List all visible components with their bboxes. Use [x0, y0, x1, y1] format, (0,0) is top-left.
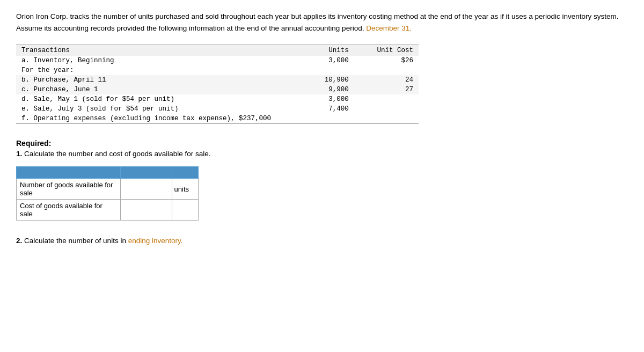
input-table-header-row: [17, 167, 199, 179]
section2-highlight: ending inventory.: [128, 237, 183, 245]
required-label: Required:: [16, 139, 628, 148]
intro-paragraph: Orion Iron Corp. tracks the number of un…: [16, 11, 628, 34]
table-row: b. Purchase, April 11 10,900 24: [16, 75, 419, 85]
number-of-goods-label: Number of goods available for sale: [17, 179, 121, 200]
required-instruction: 1. Calculate the number and cost of good…: [16, 150, 628, 158]
section2-text-before: Calculate the number of units in: [24, 237, 128, 245]
table-row: a. Inventory, Beginning 3,000 $26: [16, 56, 419, 65]
input-header-units: [172, 167, 198, 179]
instruction-number: 1.: [16, 150, 22, 158]
table-row: f. Operating expenses (excluding income …: [16, 114, 419, 124]
intro-text-before: Orion Iron Corp. tracks the number of un…: [16, 12, 619, 32]
row-units: 9,900: [300, 85, 359, 94]
required-section: Required: 1. Calculate the number and co…: [16, 139, 628, 158]
transactions-table: Transactions Units Unit Cost a. Inventor…: [16, 45, 419, 124]
row-cost: 24: [360, 75, 419, 85]
input-row-cost-of-goods: Cost of goods available for sale: [17, 200, 199, 221]
section2-number: 2.: [16, 237, 22, 245]
cost-units-label: [172, 200, 198, 221]
input-header-value: [120, 167, 172, 179]
cost-of-goods-input[interactable]: [123, 206, 170, 214]
number-of-goods-input[interactable]: [123, 185, 170, 193]
cost-of-goods-input-cell[interactable]: [120, 200, 172, 221]
cost-of-goods-label: Cost of goods available for sale: [17, 200, 121, 221]
table-row: c. Purchase, June 1 9,900 27: [16, 85, 419, 94]
row-label: a. Inventory, Beginning: [16, 56, 300, 65]
row-cost: [360, 104, 419, 114]
row-units: 7,400: [300, 104, 359, 114]
section2: 2. Calculate the number of units in endi…: [16, 237, 628, 245]
input-row-number-of-goods: Number of goods available for sale units: [17, 179, 199, 200]
row-label: d. Sale, May 1 (sold for $54 per unit): [16, 94, 300, 104]
row-label: f. Operating expenses (excluding income …: [16, 114, 419, 124]
table-row: d. Sale, May 1 (sold for $54 per unit) 3…: [16, 94, 419, 104]
row-cost: $26: [360, 56, 419, 65]
col-units-header: Units: [300, 45, 359, 56]
intro-highlight: December 31.: [366, 24, 412, 32]
row-cost: [360, 65, 419, 75]
row-label: e. Sale, July 3 (sold for $54 per unit): [16, 104, 300, 114]
row-units: 10,900: [300, 75, 359, 85]
instruction-text-body: Calculate the number and cost of goods a…: [24, 150, 210, 158]
input-header-label: [17, 167, 121, 179]
input-table: Number of goods available for sale units…: [16, 166, 199, 221]
row-label: For the year:: [16, 65, 300, 75]
row-units: 3,000: [300, 94, 359, 104]
col-unit-cost-header: Unit Cost: [360, 45, 419, 56]
row-cost: 27: [360, 85, 419, 94]
row-units: [300, 65, 359, 75]
number-of-goods-input-cell[interactable]: [120, 179, 172, 200]
row-label: b. Purchase, April 11: [16, 75, 300, 85]
row-units: 3,000: [300, 56, 359, 65]
row-cost: [360, 94, 419, 104]
units-label: units: [172, 179, 198, 200]
col-transactions-header: Transactions: [16, 45, 300, 56]
row-label: c. Purchase, June 1: [16, 85, 300, 94]
table-row: e. Sale, July 3 (sold for $54 per unit) …: [16, 104, 419, 114]
table-row: For the year:: [16, 65, 419, 75]
